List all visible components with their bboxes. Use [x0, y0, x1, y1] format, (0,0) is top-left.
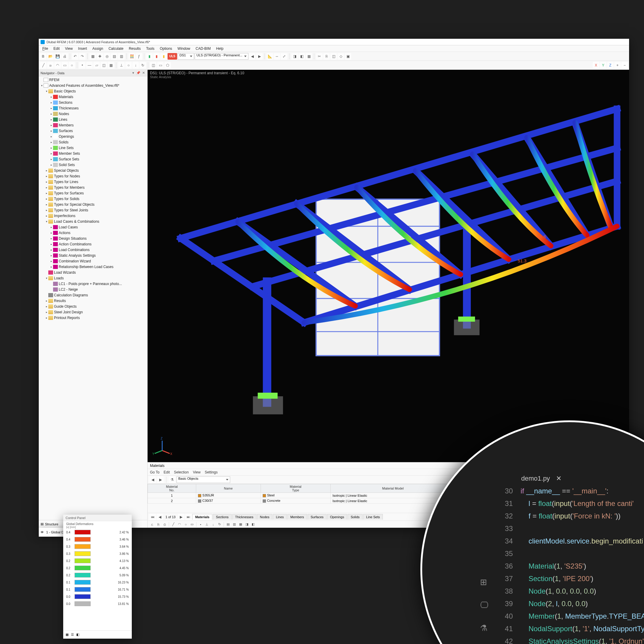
tree-item[interactable]: ▸Solid Sets: [39, 162, 147, 168]
bp-menu-edit[interactable]: Edit: [164, 470, 170, 474]
mini-tool-icon[interactable]: ⊥: [204, 522, 210, 527]
field2-icon[interactable]: ▥: [118, 53, 125, 60]
mini-tool-icon[interactable]: ╱: [171, 522, 176, 527]
tree-item[interactable]: ▸Steel Joint Design: [39, 309, 147, 315]
tree-item[interactable]: ▸Results: [39, 298, 147, 304]
render1-icon[interactable]: ◨: [291, 53, 298, 60]
cp-view1-icon[interactable]: ▦: [66, 633, 69, 637]
cut-icon[interactable]: ✂: [316, 53, 323, 60]
next-icon[interactable]: ▶: [256, 53, 263, 60]
tree-item[interactable]: ▸Members: [39, 122, 147, 128]
bp-menu-selection[interactable]: Selection: [174, 470, 189, 474]
3d-viewport[interactable]: DS1: ULS (STR/GEO) - Permanent and trans…: [148, 70, 629, 462]
mini-tool-icon[interactable]: ◧: [250, 522, 256, 527]
next-obj-icon[interactable]: ▶: [157, 476, 164, 483]
flag1-icon[interactable]: ▮: [146, 53, 153, 60]
basic-objects-combo[interactable]: Basic Objects: [177, 476, 230, 483]
tree-item[interactable]: ▸Sections: [39, 100, 147, 105]
mini-tool-icon[interactable]: ◨: [244, 522, 250, 527]
tree-item[interactable]: ▸Guide Objects: [39, 304, 147, 309]
save-icon[interactable]: 💾: [54, 53, 61, 60]
menu-assign[interactable]: Assign: [90, 46, 106, 51]
menu-view[interactable]: View: [63, 46, 75, 51]
menu-options[interactable]: Options: [157, 46, 174, 51]
box-icon[interactable]: ◫: [330, 53, 337, 60]
bp-tab-members[interactable]: Members: [287, 514, 307, 520]
mini-tool-icon[interactable]: ⎙: [162, 522, 167, 527]
support-icon[interactable]: ⊥: [118, 62, 125, 69]
navigator-tree[interactable]: RFEM▾Advanced Features of Assemblies_Vie…: [39, 76, 147, 520]
select-win-icon[interactable]: ▭: [157, 62, 164, 69]
menu-tools[interactable]: Tools: [144, 46, 157, 51]
tree-item[interactable]: Load Wizards: [39, 270, 147, 275]
tab-last-icon[interactable]: ⏭: [185, 514, 192, 520]
filter-icon[interactable]: ⚗: [169, 476, 175, 483]
open-file-icon[interactable]: 📂: [47, 53, 54, 60]
tree-item[interactable]: ▸Types for Nodes: [39, 173, 147, 179]
tree-item[interactable]: ▸Static Analysis Settings: [39, 253, 147, 258]
view-iso-icon[interactable]: ◇: [338, 53, 344, 60]
code-tab-close-icon[interactable]: ✕: [556, 475, 561, 482]
hinge-icon[interactable]: ○: [125, 62, 132, 69]
render2-icon[interactable]: ◧: [298, 53, 305, 60]
mini-tool-icon[interactable]: ○: [183, 522, 188, 527]
tree-item[interactable]: ▸Types for Special Objects: [39, 202, 147, 207]
prev-obj-icon[interactable]: ◀: [149, 476, 156, 483]
moment-icon[interactable]: ↻: [140, 62, 146, 69]
prev-icon[interactable]: ◀: [249, 53, 256, 60]
extensions-icon[interactable]: ⊞: [480, 577, 488, 587]
bp-menu-go-to[interactable]: Go To: [150, 470, 160, 474]
nav-pin-icon[interactable]: 📌: [136, 71, 140, 75]
tree-item[interactable]: ▸Surfaces: [39, 128, 147, 134]
surface-icon[interactable]: ▱: [93, 62, 100, 69]
control-panel[interactable]: Control Panel Global Deformations |u| [m…: [63, 515, 132, 639]
code-editor[interactable]: 30if __name__ == '__main__':31 l = float…: [497, 485, 644, 644]
render3-icon[interactable]: ▦: [306, 53, 312, 60]
menu-calculate[interactable]: Calculate: [106, 46, 126, 51]
bp-tab-lines[interactable]: Lines: [273, 514, 287, 520]
calc-icon[interactable]: 🧮: [129, 53, 135, 60]
tree-item[interactable]: ▸Surface Sets: [39, 156, 147, 162]
redo-icon[interactable]: ↷: [79, 53, 86, 60]
draw-poly-icon[interactable]: ⎄: [47, 62, 54, 69]
tree-item[interactable]: RFEM: [39, 77, 147, 83]
draw-line-icon[interactable]: ╱: [40, 62, 47, 69]
bp-menu-view[interactable]: View: [193, 470, 201, 474]
tab-next-icon[interactable]: ▶: [178, 514, 185, 520]
coord-y-icon[interactable]: Y: [600, 62, 606, 69]
load-combo[interactable]: ULS (STR/GEO) - Permanent...: [195, 53, 248, 60]
tree-item[interactable]: ▸Nodes: [39, 111, 147, 117]
load-icon[interactable]: ↓: [132, 62, 139, 69]
tree-item[interactable]: ▾Loads: [39, 275, 147, 281]
tree-item[interactable]: ▸Solids: [39, 139, 147, 145]
tree-item[interactable]: ▸Types for Surfaces: [39, 190, 147, 196]
tree-item[interactable]: ▸Load Cases: [39, 224, 147, 230]
nav-tab-icon[interactable]: ▤: [41, 522, 44, 526]
bp-tab-openings[interactable]: Openings: [327, 514, 347, 520]
tree-item[interactable]: ▸Load Combinations: [39, 247, 147, 253]
status-eye-icon[interactable]: 👁: [41, 530, 44, 534]
minus-icon[interactable]: −: [621, 62, 628, 69]
bp-tab-line-sets[interactable]: Line Sets: [363, 514, 383, 520]
menu-help[interactable]: Help: [214, 46, 226, 51]
ds-combo[interactable]: DS1: [178, 53, 194, 60]
mini-tool-icon[interactable]: ▤: [225, 522, 231, 527]
remote-icon[interactable]: 🖵: [480, 600, 488, 610]
undo-icon[interactable]: ↶: [72, 53, 78, 60]
tree-item[interactable]: ▸Lines: [39, 117, 147, 122]
coord-z-icon[interactable]: Z: [607, 62, 614, 69]
new-file-icon[interactable]: 🗎: [40, 53, 47, 60]
tree-item[interactable]: ▸Member Sets: [39, 151, 147, 156]
bp-tab-materials[interactable]: Materials: [192, 514, 213, 520]
member-icon[interactable]: —: [86, 62, 93, 69]
tree-item[interactable]: ▸Imperfections: [39, 213, 147, 219]
nav-close-icon[interactable]: ✕: [141, 71, 145, 75]
flag2-icon[interactable]: ▮: [153, 53, 160, 60]
tree-item[interactable]: ▸Special Objects: [39, 168, 147, 173]
copy-icon[interactable]: ⎘: [323, 53, 330, 60]
tree-item[interactable]: ▸Materials: [39, 94, 147, 100]
menu-cad-bim[interactable]: CAD-BIM: [193, 46, 213, 51]
coord-x-icon[interactable]: X: [593, 62, 599, 69]
opening-icon[interactable]: ◫: [100, 62, 107, 69]
field-icon[interactable]: ▤: [111, 53, 117, 60]
